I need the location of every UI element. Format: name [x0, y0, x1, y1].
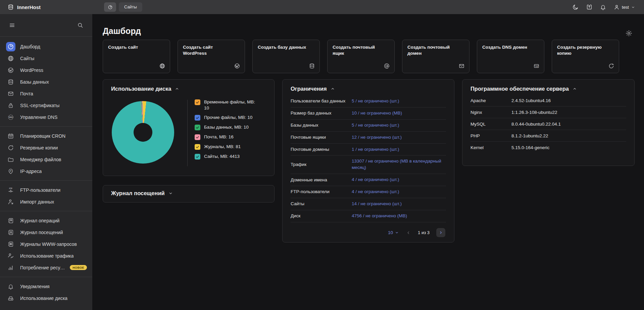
sidebar-item[interactable]: FTP-пользователи	[0, 184, 92, 196]
visits-log-panel-header[interactable]: Журнал посещений	[111, 190, 266, 196]
sidebar-item-icon	[7, 283, 14, 290]
limits-panel-header[interactable]: Ограничения	[291, 86, 446, 92]
action-card[interactable]: Создать сайт	[103, 40, 170, 73]
legend-checkbox[interactable]	[195, 144, 200, 150]
legend-item[interactable]: Прочие файлы, MB: 10	[195, 115, 259, 121]
chevron-up-icon[interactable]	[175, 86, 180, 91]
legend-checkbox[interactable]	[195, 99, 200, 105]
legend-checkbox[interactable]	[195, 154, 200, 160]
server-software-panel-header[interactable]: Программное обеспечение сервера	[470, 86, 626, 92]
sidebar-item-label: Резервные копии	[20, 145, 58, 150]
sidebar-item-icon	[7, 295, 14, 302]
sidebar-item-icon	[7, 55, 14, 62]
legend-item[interactable]: Базы данных, MB: 10	[195, 124, 259, 130]
limit-value[interactable]: 4756 / не ограничено (MB)	[352, 213, 446, 219]
prev-page-button[interactable]	[406, 230, 411, 235]
limit-value[interactable]: 5 / не ограничено (шт.)	[352, 98, 446, 104]
open-tabs-bar: Сайты	[104, 0, 142, 14]
sidebar-item[interactable]: Использование трафика	[0, 250, 92, 262]
action-card[interactable]: Создать DNS домен	[477, 40, 544, 73]
sidebar-item-icon-wrap	[6, 228, 15, 237]
sidebar-item-icon-wrap	[6, 113, 15, 122]
more-actions-button[interactable]	[625, 42, 633, 49]
sidebar-item[interactable]: Импорт данных	[0, 196, 92, 208]
tab-dashboard[interactable]	[104, 2, 116, 12]
sidebar-item[interactable]: Журналы WWW-запросов	[0, 238, 92, 250]
sidebar-item[interactable]: Базы данных	[0, 76, 92, 88]
chevron-down-icon[interactable]	[168, 191, 173, 196]
pagination: 10 1 из 3	[388, 228, 445, 237]
action-card[interactable]: Создать базу данных	[252, 40, 320, 73]
legend-checkbox[interactable]	[195, 125, 200, 130]
legend-checkbox[interactable]	[195, 134, 200, 140]
chevron-up-icon[interactable]	[330, 86, 335, 91]
sidebar-item[interactable]: Журнал операций	[0, 215, 92, 226]
sidebar-item-icon	[7, 187, 14, 193]
sidebar-item[interactable]: Планировщик CRON	[0, 130, 92, 142]
legend-item[interactable]: Журналы, MB: 81	[195, 144, 259, 150]
sidebar-item-icon	[7, 253, 14, 259]
logo[interactable]: InnerHost	[7, 4, 41, 10]
menu-icon[interactable]	[9, 22, 15, 29]
legend-item[interactable]: Сайты, MB: 4413	[195, 153, 259, 160]
sidebar-item[interactable]: Журнал посещений	[0, 226, 92, 238]
limit-row: Диск 4756 / не ограничено (MB)	[291, 210, 446, 222]
limit-value[interactable]: 10 / не ограничено (MB)	[352, 110, 446, 117]
sidebar-item-icon-wrap	[6, 42, 15, 51]
limit-value[interactable]: 14 / не ограничено (шт.)	[352, 201, 446, 207]
limit-value[interactable]: 5 / не ограничено (шт.)	[352, 122, 446, 129]
sidebar-item[interactable]: Использование диска	[0, 292, 92, 304]
sidebar-item-icon-wrap	[6, 65, 15, 75]
disk-usage-panel-header[interactable]: Использование диска	[111, 86, 266, 92]
sidebar-item[interactable]: Управление DNS	[0, 111, 92, 123]
sidebar-item[interactable]: Потребление ресур... НОВОЕ	[0, 262, 92, 273]
check-icon	[196, 145, 199, 149]
chevron-up-icon[interactable]	[572, 86, 577, 91]
sidebar-item-icon	[7, 102, 14, 109]
user-menu[interactable]: test	[613, 4, 635, 10]
sidebar-item[interactable]: Почта	[0, 88, 92, 99]
software-row: Nginx 1:1.26.3-108-ubuntu22	[470, 106, 626, 118]
sidebar-item[interactable]: Менеджер файлов	[0, 153, 92, 165]
sidebar-item-icon-wrap	[6, 77, 15, 87]
dashboard-settings-button[interactable]	[625, 30, 633, 37]
main-content: Дашборд Создать сайт Создать сайт WordPr…	[92, 14, 644, 310]
sidebar-item[interactable]: Уведомления	[0, 280, 92, 292]
limit-value[interactable]: 4 / не ограничено (шт.)	[352, 177, 446, 183]
tab-sites[interactable]: Сайты	[119, 2, 142, 12]
legend-checkbox[interactable]	[195, 115, 200, 121]
moon-icon	[572, 4, 579, 10]
export-button[interactable]	[586, 4, 593, 10]
page-size-select[interactable]: 10	[388, 230, 399, 235]
chevron-left-icon	[406, 230, 411, 235]
legend-item[interactable]: Почта, MB: 16	[195, 134, 259, 140]
sidebar-item[interactable]: Дашборд	[0, 41, 92, 52]
sidebar-item[interactable]: Сайты	[0, 52, 92, 64]
disk-usage-pie-chart[interactable]	[112, 101, 174, 164]
software-version: 2.4.52-1ubuntu4.16	[511, 98, 551, 103]
limit-value[interactable]: 1 / не ограничено (шт.)	[352, 146, 446, 153]
search-icon[interactable]	[77, 22, 84, 29]
check-icon	[196, 100, 199, 104]
limit-value[interactable]: 4 / не ограничено (шт.)	[352, 189, 446, 195]
sidebar-item[interactable]: SSL-сертификаты	[0, 99, 92, 111]
limit-row: Почтовые ящики 12 / не ограничено (шт.)	[291, 132, 446, 144]
action-card[interactable]: Создать сайт WordPress	[178, 40, 245, 73]
theme-toggle-button[interactable]	[572, 4, 579, 10]
limit-value[interactable]: 12 / не ограничено (шт.)	[352, 134, 446, 141]
legend-item[interactable]: Временные файлы, MB: 10	[195, 99, 259, 111]
action-card[interactable]: Создать почтовый домен	[402, 40, 469, 73]
action-card-icon	[458, 63, 465, 69]
action-card[interactable]: Создать почтовый ящик	[327, 40, 395, 73]
sidebar-item-label: WordPress	[20, 68, 43, 73]
action-card[interactable]: Создать резервную копию	[552, 40, 619, 73]
sidebar-item[interactable]: WordPress	[0, 64, 92, 76]
limit-value[interactable]: 13307 / не ограничено (MB в календарный …	[352, 158, 446, 171]
sidebar-item[interactable]: Резервные копии	[0, 142, 92, 153]
software-version: 8.0.44-0ubuntu0.22.04.1	[511, 122, 561, 127]
notifications-button[interactable]	[600, 4, 606, 10]
sidebar-item[interactable]: IP-адреса	[0, 165, 92, 177]
limit-row: Базы данных 5 / не ограничено (шт.)	[291, 120, 446, 132]
next-page-button[interactable]	[436, 228, 445, 237]
check-icon	[196, 116, 199, 120]
